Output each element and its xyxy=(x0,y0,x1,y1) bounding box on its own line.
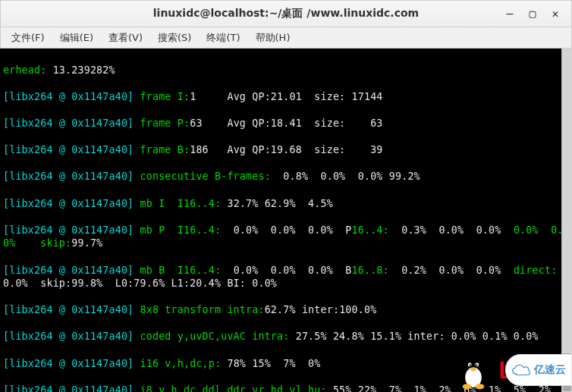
scrollbar-thumb[interactable] xyxy=(563,353,571,391)
menu-search[interactable]: 搜索(S) xyxy=(150,28,199,48)
terminal-output[interactable]: erhead: 13.239282% [libx264 @ 0x1147a40]… xyxy=(0,49,572,392)
terminal-line: [libx264 @ 0x1147a40] frame B:186 Avg QP… xyxy=(3,143,569,157)
terminal-line: erhead: 13.239282% xyxy=(3,64,569,77)
terminal-line: [libx264 @ 0x1147a40] 8x8 transform intr… xyxy=(3,303,569,317)
terminal-line: [libx264 @ 0x1147a40] frame P:63 Avg QP:… xyxy=(3,117,569,130)
terminal-line: [libx264 @ 0x1147a40] mb P I16..4: 0.0% … xyxy=(3,224,569,250)
terminal-line: [libx264 @ 0x1147a40] i8 v,h,dc,ddl,ddr,… xyxy=(3,384,569,392)
terminal-line: [libx264 @ 0x1147a40] i16 v,h,dc,p: 78% … xyxy=(3,357,569,371)
menu-terminal[interactable]: 终端(T) xyxy=(199,28,247,48)
maximize-button[interactable]: ▢ xyxy=(521,4,544,24)
titlebar: linuxidc@localhost:~/桌面 /www.linuxidc.co… xyxy=(0,0,572,27)
terminal-line: [libx264 @ 0x1147a40] frame I:1 Avg QP:2… xyxy=(3,90,569,104)
menu-help[interactable]: 帮助(H) xyxy=(248,28,298,48)
terminal-line: [libx264 @ 0x1147a40] coded y,uvDC,uvAC … xyxy=(3,330,569,343)
terminal-line: [libx264 @ 0x1147a40] mb I I16..4: 32.7%… xyxy=(3,197,569,211)
window-controls: – ▢ ✕ xyxy=(498,4,567,24)
terminal-scrollbar[interactable] xyxy=(561,49,572,392)
close-button[interactable]: ✕ xyxy=(544,4,567,24)
terminal-line: [libx264 @ 0x1147a40] consecutive B-fram… xyxy=(3,170,569,183)
menu-view[interactable]: 查看(V) xyxy=(101,28,150,48)
window-title: linuxidc@localhost:~/桌面 /www.linuxidc.co… xyxy=(153,7,419,20)
menu-edit[interactable]: 编辑(E) xyxy=(52,28,101,48)
menu-file[interactable]: 文件(F) xyxy=(4,28,52,48)
minimize-button[interactable]: – xyxy=(498,4,521,24)
terminal-line: [libx264 @ 0x1147a40] mb B I16..4: 0.0% … xyxy=(3,264,569,290)
menubar: 文件(F) 编辑(E) 查看(V) 搜索(S) 终端(T) 帮助(H) xyxy=(0,27,572,49)
